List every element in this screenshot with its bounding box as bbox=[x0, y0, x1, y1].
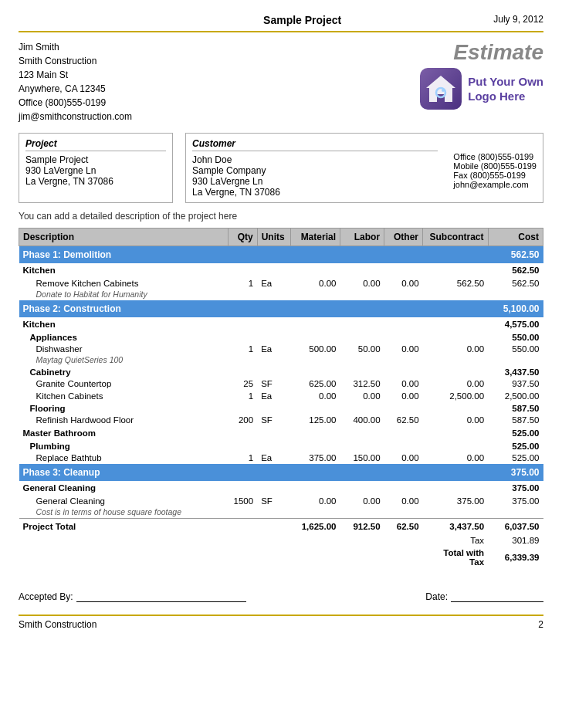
category-cost: 525.00 bbox=[488, 426, 543, 440]
accepted-line bbox=[76, 590, 246, 602]
contact-email: jim@smithconstruction.com bbox=[19, 110, 132, 124]
item-qty: 1500 bbox=[229, 495, 257, 507]
logo-icon bbox=[420, 68, 462, 110]
contact-company: Smith Construction bbox=[19, 54, 132, 68]
project-name: Sample Project bbox=[25, 154, 166, 165]
item-other: 0.00 bbox=[384, 343, 423, 355]
phase-cost: 5,100.00 bbox=[488, 300, 543, 317]
contact-address1: 123 Main St bbox=[19, 68, 132, 82]
item-labor: 0.00 bbox=[340, 390, 384, 402]
col-units: Units bbox=[257, 229, 290, 246]
doc-date: July 9, 2012 bbox=[493, 14, 543, 25]
doc-title: Sample Project bbox=[111, 14, 493, 26]
item-other: 0.00 bbox=[384, 378, 423, 390]
date-label: Date: bbox=[425, 591, 448, 602]
item-desc: Remove Kitchen Cabinets bbox=[19, 277, 229, 290]
item-subcontract: 0.00 bbox=[423, 452, 489, 464]
subcategory-name: Plumbing bbox=[19, 440, 489, 452]
project-label: Project bbox=[25, 138, 166, 151]
subcategory-row: Plumbing525.00 bbox=[19, 440, 543, 452]
total-with-tax-label: Total with Tax bbox=[423, 547, 489, 568]
item-cost: 2,500.00 bbox=[488, 390, 543, 402]
col-description: Description bbox=[19, 229, 229, 246]
item-desc: Dishwasher bbox=[19, 343, 229, 355]
svg-point-3 bbox=[442, 89, 445, 92]
table-row: Dishwasher 1 Ea 500.00 50.00 0.00 0.00 5… bbox=[19, 343, 543, 355]
logo-estimate: Estimate bbox=[420, 40, 543, 110]
category-cost: 375.00 bbox=[488, 481, 543, 495]
item-qty: 200 bbox=[229, 414, 257, 426]
item-units: Ea bbox=[257, 343, 290, 355]
project-address2: La Vergne, TN 37086 bbox=[25, 176, 166, 187]
item-qty: 1 bbox=[229, 390, 257, 402]
category-row: Kitchen4,575.00 bbox=[19, 317, 543, 331]
subcategory-name: Cabinetry bbox=[19, 366, 489, 378]
item-material: 625.00 bbox=[290, 378, 340, 390]
category-name: General Cleaning bbox=[19, 481, 489, 495]
accepted-by-label: Accepted By: bbox=[19, 591, 73, 602]
subcategory-cost: 587.50 bbox=[488, 402, 543, 414]
customer-box: Customer John Doe Sample Company 930 LaV… bbox=[185, 133, 543, 203]
total-row: Project Total 1,625.00 912.50 62.50 3,43… bbox=[19, 519, 543, 535]
item-units: Ea bbox=[257, 277, 290, 290]
phase-cost: 375.00 bbox=[488, 464, 543, 481]
item-labor: 400.00 bbox=[340, 414, 384, 426]
customer-right: Office (800)555-0199 Mobile (800)555-019… bbox=[453, 138, 537, 198]
subcategory-name: Appliances bbox=[19, 331, 489, 343]
item-subcontract: 2,500.00 bbox=[423, 390, 489, 402]
customer-email: john@example.com bbox=[453, 180, 537, 189]
item-cost: 587.50 bbox=[488, 414, 543, 426]
footer-company: Smith Construction bbox=[19, 619, 96, 630]
contact-info: Jim Smith Smith Construction 123 Main St… bbox=[19, 40, 132, 124]
tax-label: Tax bbox=[423, 534, 489, 547]
item-cost: 937.50 bbox=[488, 378, 543, 390]
table-row: General Cleaning 1500 SF 0.00 0.00 0.00 … bbox=[19, 495, 543, 507]
logo-text: Put Your Own Logo Here bbox=[468, 74, 543, 104]
estimate-table: Description Qty Units Material Labor Oth… bbox=[19, 228, 543, 568]
item-labor: 0.00 bbox=[340, 277, 384, 290]
col-subcontract: Subcontract bbox=[423, 229, 489, 246]
table-row: Granite Countertop 25 SF 625.00 312.50 0… bbox=[19, 378, 543, 390]
subcategory-cost: 525.00 bbox=[488, 440, 543, 452]
item-note: Donate to Habitat for Humanity bbox=[19, 290, 543, 300]
category-name: Kitchen bbox=[19, 263, 489, 277]
project-description: You can add a detailed description of th… bbox=[19, 211, 543, 222]
tax-value: 301.89 bbox=[488, 534, 543, 547]
customer-left: Customer John Doe Sample Company 930 LaV… bbox=[192, 138, 438, 198]
item-material: 375.00 bbox=[290, 452, 340, 464]
item-subcontract: 562.50 bbox=[423, 277, 489, 290]
item-units: SF bbox=[257, 495, 290, 507]
table-row: Kitchen Cabinets 1 Ea 0.00 0.00 0.00 2,5… bbox=[19, 390, 543, 402]
date-right: Date: bbox=[425, 590, 543, 602]
phase-name: Phase 1: Demolition bbox=[19, 246, 489, 264]
item-cost: 562.50 bbox=[488, 277, 543, 290]
item-subcontract: 375.00 bbox=[423, 495, 489, 507]
subcategory-cost: 550.00 bbox=[488, 331, 543, 343]
item-material: 0.00 bbox=[290, 390, 340, 402]
item-qty: 1 bbox=[229, 343, 257, 355]
item-other: 0.00 bbox=[384, 452, 423, 464]
phase-row: Phase 3: Cleanup375.00 bbox=[19, 464, 543, 481]
item-qty: 25 bbox=[229, 378, 257, 390]
item-desc: Kitchen Cabinets bbox=[19, 390, 229, 402]
footer-page: 2 bbox=[538, 619, 543, 630]
category-row: Kitchen562.50 bbox=[19, 263, 543, 277]
total-other: 62.50 bbox=[384, 519, 423, 535]
item-material: 0.00 bbox=[290, 495, 340, 507]
item-qty: 1 bbox=[229, 452, 257, 464]
total-labor: 912.50 bbox=[340, 519, 384, 535]
logo-line2: Logo Here bbox=[468, 89, 543, 104]
note-row: Maytag QuietSeries 100 bbox=[19, 355, 543, 366]
item-labor: 150.00 bbox=[340, 452, 384, 464]
item-units: SF bbox=[257, 378, 290, 390]
item-units: Ea bbox=[257, 390, 290, 402]
page: Sample Project July 9, 2012 Jim Smith Sm… bbox=[0, 0, 562, 728]
item-labor: 50.00 bbox=[340, 343, 384, 355]
item-labor: 0.00 bbox=[340, 495, 384, 507]
item-other: 62.50 bbox=[384, 414, 423, 426]
project-address1: 930 LaVergne Ln bbox=[25, 165, 166, 176]
note-row: Donate to Habitat for Humanity bbox=[19, 290, 543, 300]
item-subcontract: 0.00 bbox=[423, 343, 489, 355]
contact-name: Jim Smith bbox=[19, 40, 132, 54]
estimate-title: Estimate bbox=[453, 40, 543, 65]
